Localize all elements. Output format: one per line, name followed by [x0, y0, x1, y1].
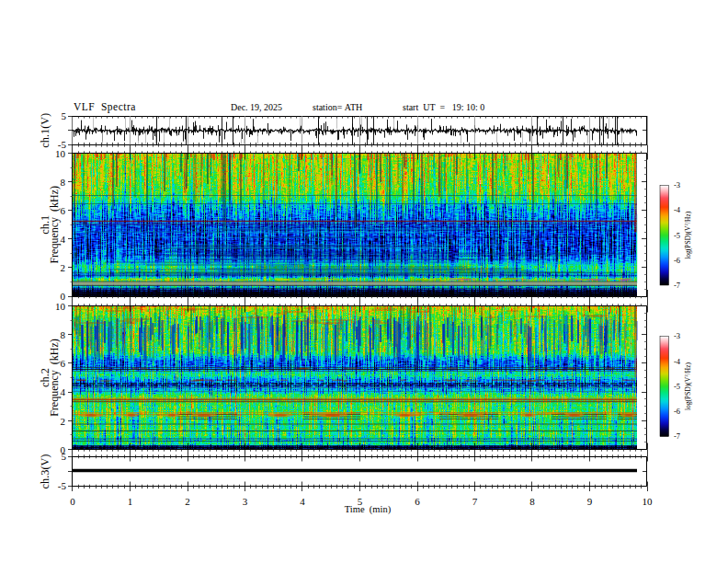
svg-text:1: 1: [128, 496, 133, 507]
svg-text:start UT = 19: 10: 0: start UT = 19: 10: 0: [403, 102, 484, 112]
svg-text:-7: -7: [674, 281, 680, 290]
svg-text:8: 8: [61, 329, 66, 340]
svg-text:log(PSD)(V2/Hz): log(PSD)(V2/Hz): [684, 362, 692, 410]
svg-text:-5: -5: [674, 382, 680, 391]
svg-text:5: 5: [62, 110, 67, 121]
svg-text:Frequency (kHz): Frequency (kHz): [48, 186, 61, 264]
svg-text:4: 4: [61, 234, 66, 245]
svg-text:6: 6: [61, 205, 66, 216]
svg-text:4: 4: [61, 386, 66, 397]
svg-text:station= ATH: station= ATH: [313, 102, 362, 112]
svg-text:-3: -3: [674, 331, 680, 340]
svg-text:6: 6: [415, 496, 420, 507]
svg-text:ch.3(V): ch.3(V): [39, 454, 51, 489]
svg-text:8: 8: [61, 177, 66, 188]
svg-text:6: 6: [61, 358, 66, 369]
svg-text:7: 7: [472, 496, 478, 507]
svg-text:Frequency (kHz): Frequency (kHz): [48, 339, 61, 417]
svg-text:0: 0: [70, 496, 75, 507]
svg-text:10: 10: [55, 148, 66, 159]
svg-text:Time (min): Time (min): [345, 504, 392, 515]
svg-text:-5: -5: [674, 231, 680, 240]
svg-text:-6: -6: [674, 407, 680, 416]
svg-text:10: 10: [55, 301, 66, 312]
svg-text:Dec. 19, 2025: Dec. 19, 2025: [231, 102, 282, 112]
svg-text:5: 5: [62, 451, 67, 462]
svg-text:4: 4: [300, 496, 305, 507]
svg-text:-7: -7: [674, 431, 680, 441]
svg-text:-5: -5: [58, 480, 67, 491]
svg-text:8: 8: [529, 496, 535, 507]
svg-text:10: 10: [643, 496, 654, 507]
svg-text:-6: -6: [674, 256, 680, 265]
svg-text:-3: -3: [674, 180, 680, 190]
svg-text:VLF Spectra: VLF Spectra: [74, 101, 136, 113]
svg-text:-4: -4: [674, 357, 681, 366]
svg-text:2: 2: [61, 262, 66, 273]
svg-text:9: 9: [587, 496, 593, 507]
svg-text:log(PSD)(V2/Hz): log(PSD)(V2/Hz): [684, 211, 692, 259]
svg-text:-4: -4: [674, 205, 681, 214]
svg-text:2: 2: [61, 416, 66, 427]
svg-text:2: 2: [185, 496, 190, 507]
svg-text:ch.1(V): ch.1(V): [39, 113, 51, 148]
svg-text:3: 3: [243, 496, 248, 507]
